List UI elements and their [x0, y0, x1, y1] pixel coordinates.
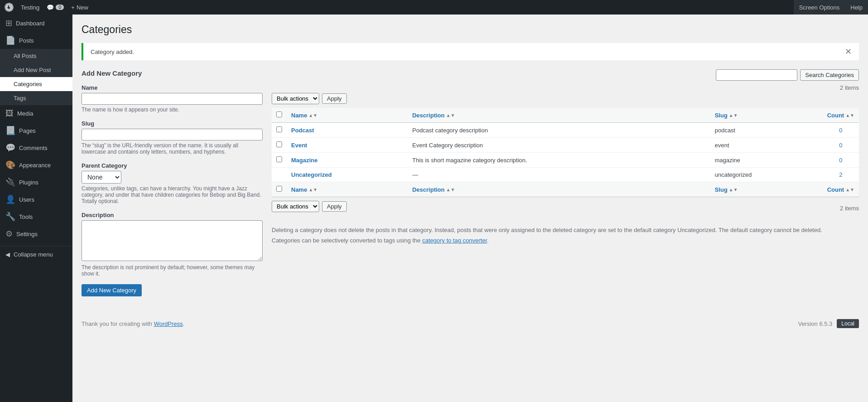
items-count-top-right: 2 items	[272, 84, 859, 91]
count-link-uncategorized[interactable]: 2	[839, 171, 842, 178]
row-checkbox-magazine[interactable]	[276, 156, 282, 162]
count-col-header: Count ▲▼	[823, 108, 859, 123]
count-link-magazine[interactable]: 0	[839, 157, 842, 164]
slug-col-footer: Slug ▲▼	[710, 182, 822, 197]
table-row: Magazine This is short magazine category…	[272, 153, 859, 168]
name-label: Name	[82, 84, 263, 91]
comments-link[interactable]: 💬 0	[47, 4, 64, 11]
row-checkbox-podcast[interactable]	[276, 126, 282, 132]
description-textarea[interactable]	[82, 220, 263, 261]
category-name-link-uncategorized[interactable]: Uncategorized	[291, 171, 332, 178]
checkbox-col-header	[272, 108, 287, 123]
count-sort-arrow-bottom: ▲▼	[845, 187, 854, 192]
name-input[interactable]	[82, 93, 263, 105]
sidebar-item-add-new-post[interactable]: Add New Post	[0, 63, 72, 77]
collapse-menu[interactable]: ◀ Collapse menu	[0, 246, 72, 262]
slug-help: The “slug” is the URL-friendly version o…	[82, 142, 263, 155]
slug-cell-uncategorized: uncategorized	[710, 168, 822, 182]
users-icon: 👤	[5, 194, 15, 204]
sidebar-item-tags[interactable]: Tags	[0, 91, 72, 105]
version-text: Version 6.5.3	[798, 320, 832, 327]
page-title: Categories	[82, 24, 859, 36]
description-col-footer: Description ▲▼	[408, 182, 710, 197]
sidebar-item-settings[interactable]: ⚙ Settings	[0, 225, 72, 242]
category-name-link-podcast[interactable]: Podcast	[291, 127, 314, 134]
count-sort-link-bottom[interactable]: Count ▲▼	[827, 186, 854, 193]
sidebar-item-users[interactable]: 👤 Users	[0, 191, 72, 208]
sidebar-item-posts[interactable]: 📄 Posts	[0, 32, 72, 49]
count-col-footer: Count ▲▼	[823, 182, 859, 197]
tools-icon: 🔧	[5, 212, 15, 222]
categories-table-wrap: Search Categories 2 items Bulk actions A…	[272, 69, 859, 296]
search-categories-button[interactable]: Search Categories	[800, 69, 859, 81]
notice-text: Category added.	[91, 48, 134, 55]
add-category-button[interactable]: Add New Category	[82, 284, 142, 296]
help-button[interactable]: Help	[845, 0, 868, 15]
name-col-footer: Name ▲▼	[287, 182, 408, 197]
new-content-link[interactable]: + New	[71, 4, 88, 11]
slug-sort-link-bottom[interactable]: Slug ▲▼	[715, 186, 738, 193]
slug-input[interactable]	[82, 129, 263, 140]
slug-cell-podcast: podcast	[710, 123, 822, 138]
bulk-actions-select-top[interactable]: Bulk actions	[272, 93, 319, 104]
site-name[interactable]: Testing	[21, 4, 39, 11]
name-sort-arrow: ▲▼	[308, 113, 317, 118]
apply-button-bottom[interactable]: Apply	[322, 201, 347, 212]
convert-notice: Categories can be selectively converted …	[272, 237, 859, 244]
select-all-checkbox-top[interactable]	[276, 111, 282, 117]
plus-icon: +	[71, 4, 75, 11]
apply-button-top[interactable]: Apply	[322, 93, 347, 104]
sidebar-item-plugins[interactable]: 🔌 Plugins	[0, 174, 72, 191]
count-sort-arrow: ▲▼	[845, 113, 854, 118]
sidebar-item-appearance[interactable]: 🎨 Appearance	[0, 156, 72, 174]
slug-field-group: Slug The “slug” is the URL-friendly vers…	[82, 120, 263, 155]
description-cell-event: Event Category description	[408, 138, 710, 153]
name-sort-link[interactable]: Name ▲▼	[291, 112, 317, 119]
count-link-podcast[interactable]: 0	[839, 127, 842, 134]
description-col-header: Description ▲▼	[408, 108, 710, 123]
sidebar-item-dashboard[interactable]: ⊞ Dashboard	[0, 15, 72, 32]
table-row: Event Event Category description event 0	[272, 138, 859, 153]
name-sort-link-bottom[interactable]: Name ▲▼	[291, 186, 317, 193]
sidebar-item-categories[interactable]: Categories	[0, 77, 72, 91]
slug-col-header: Slug ▲▼	[710, 108, 822, 123]
parent-category-select[interactable]: None	[82, 171, 121, 184]
category-tag-converter-link[interactable]: category to tag converter	[422, 237, 487, 244]
sidebar-item-pages[interactable]: 📃 Pages	[0, 122, 72, 139]
screen-options-button[interactable]: Screen Options	[794, 0, 845, 15]
description-cell-uncategorized: —	[408, 168, 710, 182]
search-categories-input[interactable]	[716, 69, 797, 81]
count-link-event[interactable]: 0	[839, 142, 842, 149]
wordpress-link[interactable]: WordPress	[154, 320, 183, 327]
content-wrapper: Add New Category Name The name is how it…	[82, 69, 859, 296]
bulk-bar-top: Bulk actions Apply	[272, 93, 859, 104]
description-help: The description is not prominent by defa…	[82, 264, 263, 277]
name-help: The name is how it appears on your site.	[82, 107, 263, 113]
categories-table: Name ▲▼ Description ▲▼ S	[272, 108, 859, 197]
description-cell-podcast: Podcast category description	[408, 123, 710, 138]
admin-bar: Testing 💬 0 + New Howdy, nikix	[0, 0, 868, 15]
slug-cell-magazine: magazine	[710, 153, 822, 168]
parent-help: Categories, unlike tags, can have a hier…	[82, 185, 263, 204]
category-name-link-magazine[interactable]: Magazine	[291, 157, 318, 164]
sidebar-item-tools[interactable]: 🔧 Tools	[0, 208, 72, 225]
count-sort-link[interactable]: Count ▲▼	[827, 112, 854, 119]
sidebar-item-all-posts[interactable]: All Posts	[0, 49, 72, 63]
description-field-group: Description The description is not promi…	[82, 212, 263, 277]
main-content: Categories Category added. ✕ Add New Cat…	[72, 15, 868, 402]
row-checkbox-event[interactable]	[276, 141, 282, 147]
notice-close-button[interactable]: ✕	[845, 48, 852, 56]
bulk-actions-select-bottom[interactable]: Bulk actions	[272, 201, 319, 212]
posts-submenu: All Posts Add New Post Categories Tags	[0, 49, 72, 105]
comments-count: 0	[56, 5, 64, 10]
form-title: Add New Category	[82, 69, 263, 77]
select-all-checkbox-bottom[interactable]	[276, 186, 282, 192]
description-sort-link-bottom[interactable]: Description ▲▼	[412, 186, 455, 193]
slug-sort-link[interactable]: Slug ▲▼	[715, 112, 738, 119]
sidebar-item-comments[interactable]: 💬 Comments	[0, 139, 72, 156]
category-name-link-event[interactable]: Event	[291, 142, 307, 149]
description-sort-link[interactable]: Description ▲▼	[412, 112, 455, 119]
items-count-bottom: 2 items	[840, 205, 859, 212]
sidebar-item-media[interactable]: 🖼 Media	[0, 105, 72, 122]
posts-icon: 📄	[5, 35, 15, 45]
